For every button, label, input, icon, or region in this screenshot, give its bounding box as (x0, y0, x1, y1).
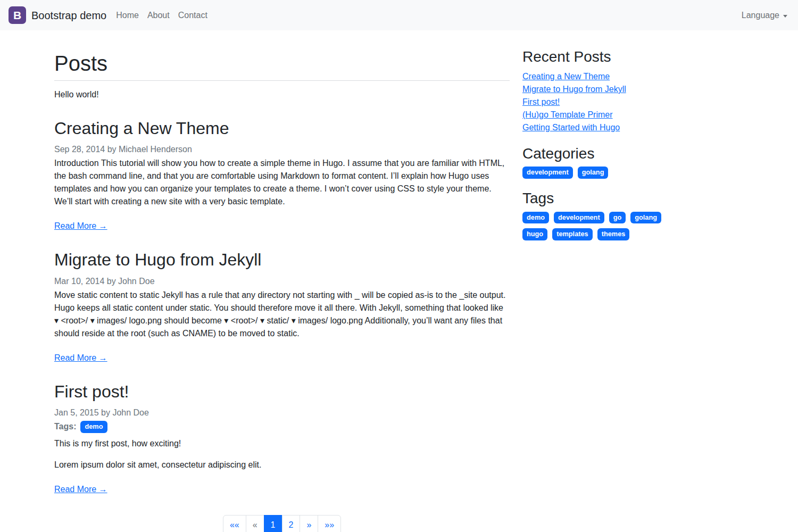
nav-item: Contact (174, 5, 212, 26)
post-article: Migrate to Hugo from JekyllMar 10, 2014 … (54, 250, 510, 364)
tag-badge-hugo[interactable]: hugo (522, 228, 547, 240)
recent-post-link-creating-a-new-theme[interactable]: Creating a New Theme (522, 70, 685, 83)
page-item: » (300, 515, 318, 532)
category-badges: developmentgolang (522, 167, 685, 179)
recent-post-link-getting-started-with-hugo[interactable]: Getting Started with Hugo (522, 121, 685, 134)
post-title: Creating a New Theme (54, 118, 510, 138)
tag-badge-golang[interactable]: golang (630, 212, 661, 224)
page-item: 1 (264, 515, 282, 532)
nav-links: HomeAboutContact (112, 5, 212, 26)
brand-label: Bootstrap demo (31, 7, 106, 23)
recent-post-link-migrate-to-hugo-from-jekyll[interactable]: Migrate to Hugo from Jekyll (522, 83, 685, 96)
recent-posts-list: Creating a New ThemeMigrate to Hugo from… (522, 70, 685, 134)
pagination: «««12»»» (54, 515, 510, 532)
recent-posts-section: Recent Posts Creating a New ThemeMigrate… (522, 48, 685, 134)
page-item: « (246, 515, 264, 532)
tag-badge-go[interactable]: go (609, 212, 626, 224)
page-next[interactable]: » (300, 515, 318, 532)
categories-title: Categories (522, 145, 685, 163)
category-badge-golang[interactable]: golang (578, 167, 609, 179)
nav-link-about[interactable]: About (143, 5, 174, 26)
page-2[interactable]: 2 (282, 515, 301, 532)
page-item: 2 (282, 515, 301, 532)
post-title: Migrate to Hugo from Jekyll (54, 250, 510, 270)
post-excerpt: This is my first post, how exciting! (54, 437, 510, 450)
navbar: B Bootstrap demo HomeAboutContact Langua… (0, 0, 798, 30)
tags-section: Tags demodevelopmentgogolanghugotemplate… (522, 189, 685, 240)
tag-badges: demodevelopmentgogolanghugotemplatesthem… (522, 212, 685, 241)
post-meta: Mar 10, 2014 by John Doe (54, 275, 510, 288)
post-tagline: Tags:demo (54, 420, 510, 433)
tag-badge-templates[interactable]: templates (552, 228, 593, 240)
page-last[interactable]: »» (318, 515, 341, 532)
recent-post-link-first-post[interactable]: First post! (522, 96, 685, 109)
tag-badge-demo[interactable]: demo (522, 212, 549, 224)
tag-badge-development[interactable]: development (554, 212, 604, 224)
nav-item: About (143, 5, 174, 26)
post-meta: Jan 5, 2015 by John Doe (54, 406, 510, 419)
sidebar: Recent Posts Creating a New ThemeMigrate… (516, 30, 692, 251)
language-dropdown-label: Language (742, 9, 779, 22)
read-more-link-3[interactable]: Read More → (54, 483, 107, 496)
page-container: Posts Hello world! Creating a New ThemeS… (48, 30, 750, 532)
language-dropdown[interactable]: Language (742, 9, 787, 22)
page-title: Posts (54, 51, 510, 76)
title-divider (54, 80, 510, 81)
post-article: Creating a New ThemeSep 28, 2014 by Mich… (54, 118, 510, 232)
main-content: Posts Hello world! Creating a New ThemeS… (48, 30, 516, 532)
post-article: First post!Jan 5, 2015 by John DoeTags:d… (54, 381, 510, 496)
nav-link-home[interactable]: Home (112, 5, 143, 26)
category-badge-development[interactable]: development (522, 167, 573, 179)
post-excerpt: Move static content to static Jekyll has… (54, 289, 510, 340)
nav-link-contact[interactable]: Contact (174, 5, 212, 26)
read-more-link-1[interactable]: Read More → (54, 220, 107, 232)
bootstrap-logo-icon: B (9, 6, 26, 24)
caret-down-icon (783, 15, 787, 18)
post-meta: Sep 28, 2014 by Michael Henderson (54, 143, 510, 156)
page-item: »» (318, 515, 341, 532)
page-prev: « (246, 515, 264, 532)
page-1[interactable]: 1 (264, 515, 282, 532)
page-item: «« (223, 515, 246, 532)
nav-item: Home (112, 5, 143, 26)
recent-post-link-hu-go-template-primer[interactable]: (Hu)go Template Primer (522, 109, 685, 121)
read-more-link-2[interactable]: Read More → (54, 352, 107, 364)
recent-posts-title: Recent Posts (522, 48, 685, 66)
page-first[interactable]: «« (223, 515, 246, 532)
tags-label: Tags: (54, 420, 76, 433)
tag-badge-demo[interactable]: demo (80, 421, 107, 433)
post-excerpt: Introduction This tutorial will show you… (54, 157, 510, 208)
tags-title: Tags (522, 189, 685, 207)
tag-badge-themes[interactable]: themes (597, 228, 630, 240)
brand[interactable]: B Bootstrap demo (9, 6, 106, 24)
post-title: First post! (54, 381, 510, 402)
intro-text: Hello world! (54, 88, 510, 101)
post-excerpt: Lorem ipsum dolor sit amet, consectetur … (54, 459, 510, 471)
categories-section: Categories developmentgolang (522, 145, 685, 179)
posts-list: Creating a New ThemeSep 28, 2014 by Mich… (54, 118, 510, 496)
